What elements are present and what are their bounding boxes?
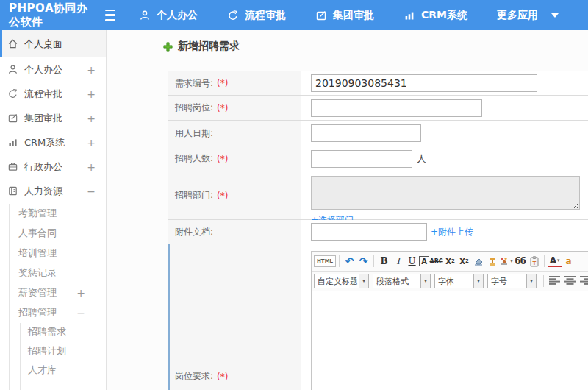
align-right-icon[interactable] <box>580 276 588 287</box>
autotypeset-button[interactable]: A <box>419 256 429 266</box>
sidebar-subitem-hr-contract[interactable]: 人事合同 <box>0 223 106 243</box>
main-content: 新增招聘需求 需求编号: (*) 招聘岗位: (*) 用人日期: <box>107 30 588 390</box>
sidebar-item-personal-desktop[interactable]: 个人桌面 <box>0 30 106 57</box>
chart-icon <box>7 137 18 148</box>
collapse-minus-icon: − <box>76 307 85 319</box>
headcount-input[interactable] <box>311 150 412 168</box>
required-mark: (*) <box>217 78 228 88</box>
strikethrough-button[interactable]: ABC <box>429 254 443 269</box>
format-brush-icon[interactable] <box>485 254 499 269</box>
sidebar-subitem-label: 招聘需求 <box>28 325 66 338</box>
italic-button[interactable]: I <box>391 254 405 269</box>
field-label: 招聘人数: <box>175 152 213 165</box>
topnav-label: 集团审批 <box>333 9 374 22</box>
form-row-job-requirements: 岗位要求: (*) HTML ↶ ↷ B I U A ABC <box>168 244 588 390</box>
background-color-button[interactable]: a <box>562 254 576 269</box>
topnav-label: 个人办公 <box>157 9 198 22</box>
tree-guide-line <box>9 204 10 390</box>
svg-text:T: T <box>532 260 536 266</box>
form-row-position: 招聘岗位: (*) <box>168 96 588 121</box>
topnav-crm-system[interactable]: CRM系统 <box>404 9 467 22</box>
font-family-select[interactable]: 字体 ▾ <box>434 274 484 288</box>
topnav-workflow-approval[interactable]: 流程审批 <box>227 9 286 22</box>
field-label: 用人日期: <box>175 127 213 140</box>
sidebar-subitem-recruitment[interactable]: 招聘管理 − <box>0 302 106 322</box>
topnav-label: CRM系统 <box>421 9 467 22</box>
sidebar-subitem-salary[interactable]: 薪资管理 + <box>0 283 106 302</box>
expand-plus-icon: + <box>76 287 85 299</box>
sidebar-subitem-label: 招聘计划 <box>28 344 66 358</box>
topnav-personal-office[interactable]: 个人办公 <box>139 9 198 22</box>
collapse-minus-icon: − <box>87 185 96 197</box>
field-label: 岗位要求: <box>175 370 213 383</box>
attachment-input[interactable] <box>311 223 427 241</box>
topnav-label: 更多应用 <box>497 9 538 22</box>
rich-text-editor: HTML ↶ ↷ B I U A ABC X2 X2 <box>311 251 588 390</box>
align-left-icon[interactable] <box>549 276 560 287</box>
caret-down-icon <box>551 13 559 18</box>
font-color-button[interactable]: A ▾ <box>548 255 562 267</box>
custom-title-select[interactable]: 自定义标题 ▾ <box>314 274 369 288</box>
sidebar-subitem-recruit-plan[interactable]: 招聘计划 <box>0 341 106 361</box>
demand-number-input[interactable] <box>311 74 537 92</box>
underline-button[interactable]: U <box>405 254 419 269</box>
caret-down-icon: ▾ <box>527 274 537 288</box>
sidebar-item-label: 个人办公 <box>24 63 62 77</box>
blockquote-button[interactable]: 66 <box>513 254 527 269</box>
expand-plus-icon: + <box>87 64 96 76</box>
expand-plus-icon: + <box>87 88 96 100</box>
caret-down-icon: ▾ <box>421 274 431 288</box>
eraser-icon[interactable] <box>471 254 485 269</box>
editor-toolbar-row2: 自定义标题 ▾ 段落格式 ▾ 字体 ▾ 字号 ▾ <box>312 272 588 291</box>
color-brush-icon[interactable]: ▾ <box>499 254 513 269</box>
subscript-button[interactable]: X2 <box>457 254 471 269</box>
topnav-more-apps[interactable]: 更多应用 <box>497 9 559 22</box>
user-icon <box>7 64 18 75</box>
menu-icon[interactable] <box>105 10 115 21</box>
editor-toolbar-row1: HTML ↶ ↷ B I U A ABC X2 X2 <box>312 252 588 272</box>
sidebar-item-label: 集团审批 <box>24 112 62 125</box>
sidebar-subitem-label: 薪资管理 <box>18 286 57 299</box>
topnav-group-approval[interactable]: 集团审批 <box>315 9 374 22</box>
field-label: 需求编号: <box>175 77 213 90</box>
briefcase-icon <box>7 161 18 172</box>
redo-icon[interactable]: ↷ <box>356 254 370 269</box>
font-size-select[interactable]: 字号 ▾ <box>487 274 537 288</box>
unit-label: 人 <box>417 152 426 166</box>
form-row-department: 招聘部门: (*) +选择部门 <box>168 171 588 220</box>
sidebar-item-label: 个人桌面 <box>24 38 62 51</box>
add-plus-icon <box>163 42 173 52</box>
sidebar-item-workflow-approval[interactable]: 流程审批 + <box>0 82 106 106</box>
sidebar-item-label: 流程审批 <box>24 88 62 101</box>
html-source-button[interactable]: HTML <box>314 255 336 267</box>
department-textarea[interactable] <box>311 176 580 210</box>
sidebar-subitem-talent-pool[interactable]: 人才库 <box>0 361 106 380</box>
upload-attachment-link[interactable]: +附件上传 <box>431 226 473 238</box>
paste-text-icon[interactable]: T <box>527 254 541 269</box>
field-label: 招聘部门: <box>175 189 213 202</box>
superscript-button[interactable]: X2 <box>443 254 457 269</box>
required-mark: (*) <box>217 191 228 201</box>
sidebar-subitem-training[interactable]: 培训管理 <box>0 243 106 263</box>
editor-content-area[interactable] <box>312 291 588 390</box>
align-center-icon[interactable] <box>564 276 576 287</box>
sidebar-item-admin-office[interactable]: 行政办公 + <box>0 155 106 179</box>
sidebar-item-crm-system[interactable]: CRM系统 + <box>0 130 106 155</box>
sidebar-item-group-approval[interactable]: 集团审批 + <box>0 106 106 130</box>
sidebar-subitem-rewards[interactable]: 奖惩记录 <box>0 263 106 283</box>
form-row-headcount: 招聘人数: (*) 人 <box>168 146 588 171</box>
sidebar-item-human-resources[interactable]: 人力资源 − <box>0 179 106 203</box>
bold-button[interactable]: B <box>377 254 391 269</box>
sidebar-item-personal-office[interactable]: 个人办公 + <box>0 57 106 82</box>
required-mark: (*) <box>217 372 228 382</box>
required-mark: (*) <box>217 154 228 164</box>
undo-icon[interactable]: ↶ <box>343 254 356 269</box>
sidebar-subitem-attendance[interactable]: 考勤管理 <box>0 203 106 223</box>
caret-down-icon: ▾ <box>557 258 560 263</box>
hire-date-input[interactable] <box>311 124 421 142</box>
user-icon <box>139 10 151 21</box>
caret-down-icon: ▾ <box>474 274 484 288</box>
paragraph-format-select[interactable]: 段落格式 ▾ <box>373 274 431 288</box>
sidebar-subitem-recruit-demand[interactable]: 招聘需求 <box>0 322 106 341</box>
position-input[interactable] <box>311 99 482 117</box>
